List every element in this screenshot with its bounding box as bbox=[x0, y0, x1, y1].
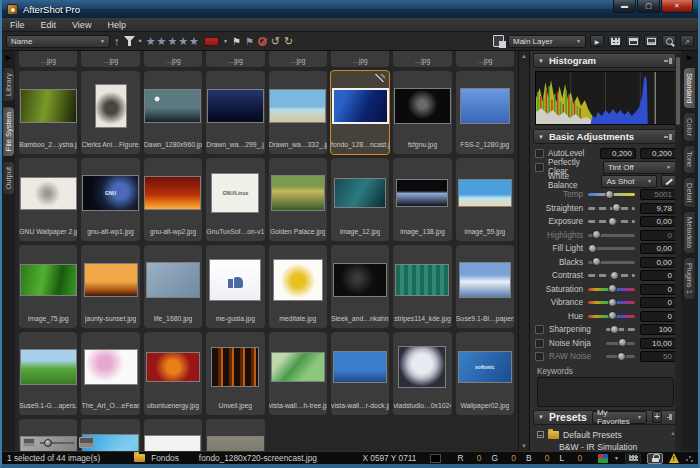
thumbnail-cell[interactable]: vista-wall…r-dock.jpg bbox=[331, 332, 389, 415]
thumbnail-cell-partial[interactable]: …jpg bbox=[206, 51, 264, 67]
contrast-slider-handle[interactable] bbox=[610, 271, 619, 280]
color-label-dropdown-icon[interactable]: ▼ bbox=[223, 38, 228, 44]
sidebar-tab-file-system[interactable]: File System bbox=[2, 106, 15, 157]
blacks-value-field[interactable]: 0,00 bbox=[640, 257, 676, 268]
straighten-slider[interactable] bbox=[588, 207, 635, 210]
copy-settings-icon[interactable] bbox=[493, 35, 504, 47]
menu-help[interactable]: Help bbox=[99, 20, 134, 30]
scroll-down-icon[interactable]: ▼ bbox=[521, 443, 527, 449]
panel-tab-standard[interactable]: Standard bbox=[683, 67, 696, 109]
hue-slider[interactable] bbox=[588, 315, 635, 318]
thumbnail-cell[interactable]: Dawn_1280x960.jpg bbox=[144, 71, 202, 154]
reject-icon[interactable] bbox=[258, 37, 267, 46]
thumbnail-cell-partial[interactable]: …jpg bbox=[269, 51, 327, 67]
thumbnail-toggle-button[interactable] bbox=[625, 453, 641, 464]
thumbnail-cell[interactable]: vladstudio…0x1024.jpg bbox=[393, 332, 451, 415]
thumbnail-size-slider[interactable] bbox=[23, 437, 94, 448]
autolevel-low-field[interactable]: 0,200 bbox=[600, 148, 636, 159]
slideshow-button[interactable]: ▶ bbox=[590, 35, 604, 47]
thumb-size-handle[interactable] bbox=[44, 439, 52, 447]
thumbnail-cell[interactable]: meditate.jpg bbox=[269, 245, 327, 328]
thumbnail-cell[interactable]: Golden Palace.jpg bbox=[269, 158, 327, 241]
highlights-value-field[interactable]: 0 bbox=[640, 230, 676, 241]
filter-icon[interactable] bbox=[124, 36, 135, 46]
rating-none-icon[interactable]: • bbox=[139, 36, 142, 46]
maximize-button[interactable]: ▢ bbox=[637, 0, 660, 13]
sidebar-tab-output[interactable]: Output bbox=[2, 161, 15, 196]
pin-icon[interactable] bbox=[664, 57, 673, 65]
thumbnail-cell[interactable]: vista-wall…h-tree.jpg bbox=[269, 332, 327, 415]
thumbnail-cell[interactable]: GNUgnu-alt-wp1.jpg bbox=[81, 158, 139, 241]
sidebar-tab-library[interactable]: Library bbox=[2, 67, 15, 102]
panel-tab-color[interactable]: Color bbox=[683, 112, 696, 142]
thumbnail-cell[interactable]: image_75.jpg bbox=[19, 245, 77, 328]
thumbnail-cell[interactable]: fondo_128…ncast.jpg bbox=[330, 70, 390, 155]
menu-view[interactable]: View bbox=[64, 20, 99, 30]
exposure-slider-handle[interactable] bbox=[608, 217, 617, 226]
raw-noise-slider[interactable] bbox=[606, 355, 635, 358]
warning-icon[interactable] bbox=[669, 453, 679, 463]
color-management-dropdown-icon[interactable]: ▼ bbox=[614, 455, 619, 461]
right-collapse-arrow-icon[interactable]: ▶ bbox=[686, 53, 692, 63]
rotate-right-icon[interactable]: ↻ bbox=[284, 35, 293, 48]
temp-value-field[interactable]: 5001 bbox=[640, 189, 676, 200]
thumbnail-cell[interactable]: FSS-2_1280.jpg bbox=[456, 71, 514, 154]
collapse-triangle-icon[interactable]: ▼ bbox=[538, 58, 544, 64]
collapse-minus-icon[interactable]: – bbox=[537, 431, 544, 438]
perfectly-clear-checkbox[interactable] bbox=[535, 163, 544, 172]
thumbnail-cell[interactable]: softonicWallpaper02.jpg bbox=[456, 332, 514, 415]
pin-icon[interactable] bbox=[664, 133, 673, 141]
vibrance-slider[interactable] bbox=[588, 301, 635, 304]
contrast-value-field[interactable]: 0 bbox=[640, 270, 676, 281]
autolevel-checkbox[interactable] bbox=[535, 149, 544, 158]
collapse-triangle-icon[interactable]: ▼ bbox=[538, 414, 544, 420]
raw-noise-value-field[interactable]: 50 bbox=[640, 351, 676, 362]
thumbnail-cell-partial[interactable]: …jpg bbox=[81, 51, 139, 67]
histogram-header[interactable]: ▼ Histogram bbox=[533, 53, 678, 68]
minimize-button[interactable]: ▬ bbox=[613, 0, 636, 13]
sharpening-value-field[interactable]: 100 bbox=[640, 324, 676, 335]
thumbnail-cell-partial[interactable]: …jpg bbox=[19, 51, 77, 67]
thumbnail-cell[interactable]: jaunty-sunset.jpg bbox=[81, 245, 139, 328]
thumbnail-cell-partial[interactable]: …jpg bbox=[456, 51, 514, 67]
exposure-value-field[interactable]: 0,00 bbox=[640, 216, 676, 227]
thumbnail-cell[interactable]: Suse9.1-Bl…papers.jpg bbox=[456, 245, 514, 328]
thumbnail-cell[interactable]: Drawn_wa…299_.jpg bbox=[206, 71, 264, 154]
sort-field-dropdown[interactable]: Name▼ bbox=[6, 35, 110, 48]
fill-light-slider-handle[interactable] bbox=[588, 244, 597, 253]
thumbnail-cell[interactable]: Clerks Ani…Figure.jpg bbox=[81, 71, 139, 154]
noise-ninja-value-field[interactable]: 10,00 bbox=[640, 338, 676, 349]
thumbnail-cell[interactable]: ubuntuenergy.jpg bbox=[144, 332, 202, 415]
thumbnail-cell[interactable]: image_138.jpg bbox=[393, 158, 451, 241]
vibrance-slider-handle[interactable] bbox=[608, 298, 617, 307]
contrast-slider[interactable] bbox=[588, 274, 635, 277]
grid-scrollbar[interactable]: ▲ ▼ bbox=[518, 51, 529, 451]
presets-favorites-dropdown[interactable]: My Favorites▼ bbox=[592, 411, 647, 424]
thumbnail-cell-partial[interactable]: …jpg bbox=[393, 51, 451, 67]
fill-light-slider[interactable] bbox=[588, 247, 635, 250]
tint-dropdown[interactable]: Tint Off▼ bbox=[603, 161, 676, 174]
raw-noise-checkbox[interactable] bbox=[535, 352, 544, 361]
thumbnail-cell[interactable]: The_Art_O…eFear.jpg bbox=[81, 332, 139, 415]
blacks-slider-handle[interactable] bbox=[592, 257, 601, 266]
thumbnail-cell[interactable]: image_12.jpg bbox=[331, 158, 389, 241]
fill-light-value-field[interactable]: 0,00 bbox=[640, 243, 676, 254]
color-label-swatch[interactable] bbox=[204, 37, 219, 46]
color-management-icon[interactable] bbox=[598, 454, 608, 463]
menu-file[interactable]: File bbox=[2, 20, 33, 30]
resize-grip[interactable] bbox=[685, 454, 693, 462]
left-collapse-arrow-icon[interactable]: ▶ bbox=[5, 53, 11, 63]
scroll-up-icon[interactable]: ▲ bbox=[521, 53, 527, 59]
panel-scrollbar[interactable] bbox=[675, 53, 681, 451]
add-preset-button[interactable]: + bbox=[652, 411, 662, 423]
layer-dropdown[interactable]: Main Layer▼ bbox=[508, 35, 586, 48]
white-balance-dropper-button[interactable] bbox=[661, 175, 676, 187]
thumbnail-cell[interactable]: Sleek_and…nkahn.jpg bbox=[331, 245, 389, 328]
thumbnail-cell[interactable]: GNU/LinuxGnuTuxSof…on-v1.jpg bbox=[206, 158, 264, 241]
sharpening-slider-handle[interactable] bbox=[610, 325, 619, 334]
highlights-slider[interactable] bbox=[588, 234, 635, 237]
straighten-value-field[interactable]: 9,78 bbox=[640, 203, 676, 214]
white-balance-dropdown[interactable]: As Shot▼ bbox=[601, 175, 657, 188]
lock-button[interactable] bbox=[647, 453, 663, 464]
panel-tab-plugins-1[interactable]: Plugins 1 bbox=[683, 257, 696, 300]
